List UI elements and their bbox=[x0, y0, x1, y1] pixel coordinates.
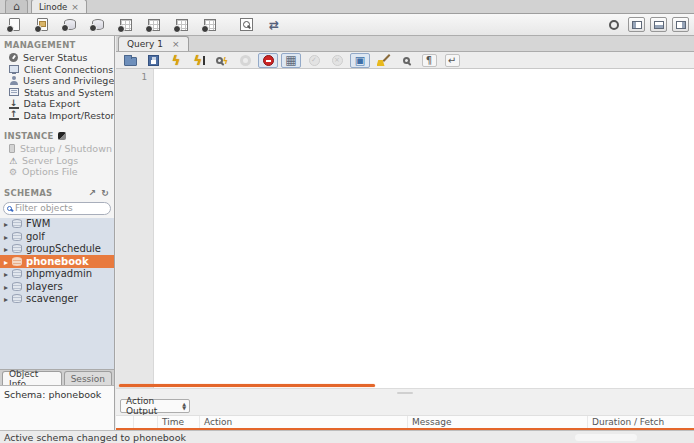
sidebar-item-system-variables[interactable]: Status and System Variables bbox=[0, 87, 114, 99]
cursor-icon bbox=[203, 56, 205, 65]
sql-editor-toolbar: ✓ × bbox=[116, 52, 694, 69]
refresh-icon[interactable] bbox=[101, 188, 109, 198]
sidebar-item-label: Server Status bbox=[23, 52, 87, 63]
sidebar: MANAGEMENT Server Status Client Connecti… bbox=[0, 36, 115, 430]
expander-icon[interactable] bbox=[4, 281, 8, 292]
search-table-data-button[interactable] bbox=[237, 16, 255, 34]
schema-item-phpmyadmin[interactable]: phpmyadmin bbox=[0, 268, 114, 281]
toggle-left-panel-button[interactable] bbox=[628, 17, 645, 32]
schema-item-players[interactable]: players bbox=[0, 280, 114, 293]
new-event-icon bbox=[204, 19, 216, 31]
connection-tab-label: Linode bbox=[39, 2, 67, 12]
new-query-tab-button[interactable] bbox=[5, 16, 23, 34]
new-view-button[interactable] bbox=[117, 16, 135, 34]
column-header-time[interactable]: Time bbox=[158, 416, 200, 428]
sidebar-item-client-connections[interactable]: Client Connections bbox=[0, 64, 114, 76]
toggle-right-panel-button[interactable] bbox=[672, 17, 689, 32]
panel-splitter[interactable] bbox=[116, 388, 694, 396]
new-schema-button[interactable] bbox=[61, 16, 79, 34]
schema-filter-input[interactable] bbox=[15, 203, 105, 213]
object-info-text: Schema: phonebook bbox=[4, 389, 101, 400]
sidebar-item-server-status[interactable]: Server Status bbox=[0, 52, 114, 64]
toggle-stop-on-error-button[interactable] bbox=[258, 53, 278, 68]
sql-editor-text-area[interactable] bbox=[154, 69, 694, 388]
status-message: Active schema changed to phonebook bbox=[4, 432, 186, 443]
expander-icon[interactable] bbox=[4, 243, 8, 254]
new-query-tab-icon bbox=[9, 18, 20, 31]
main-toolbar bbox=[0, 14, 694, 36]
close-icon[interactable]: × bbox=[71, 2, 79, 12]
sidebar-item-options-file[interactable]: Options File bbox=[0, 166, 114, 178]
expander-icon[interactable] bbox=[4, 293, 8, 304]
column-label: Duration / Fetch bbox=[592, 417, 664, 427]
open-sql-script-button[interactable] bbox=[33, 16, 51, 34]
sidebar-item-server-logs[interactable]: Server Logs bbox=[0, 155, 114, 167]
stop-execution-button[interactable] bbox=[235, 53, 255, 68]
expander-icon[interactable] bbox=[4, 231, 8, 242]
tab-object-info[interactable]: Object Info bbox=[2, 371, 62, 385]
toggle-autocommit-button[interactable] bbox=[350, 53, 370, 68]
sidebar-item-startup-shutdown[interactable]: Startup / Shutdown bbox=[0, 143, 114, 155]
explain-plan-button[interactable] bbox=[212, 53, 232, 68]
schema-item-phonebook[interactable]: phonebook bbox=[0, 255, 114, 268]
schema-icon bbox=[12, 244, 22, 253]
expander-icon[interactable] bbox=[4, 256, 8, 267]
users-privileges-icon bbox=[9, 76, 18, 85]
spinner-icon[interactable]: ▲▼ bbox=[182, 402, 186, 410]
limit-rows-button[interactable] bbox=[281, 53, 301, 68]
column-header-state[interactable] bbox=[116, 416, 134, 428]
toggle-bottom-panel-button[interactable] bbox=[650, 17, 667, 32]
expander-icon[interactable] bbox=[4, 218, 8, 229]
sidebar-item-data-import[interactable]: Data Import/Restore bbox=[0, 110, 114, 122]
open-script-button[interactable] bbox=[120, 53, 140, 68]
rollback-button[interactable]: × bbox=[327, 53, 347, 68]
execute-script-button[interactable] bbox=[166, 53, 186, 68]
column-header-index[interactable] bbox=[134, 416, 158, 428]
new-table-button[interactable] bbox=[89, 16, 107, 34]
limit-rows-icon bbox=[285, 53, 296, 67]
reconnect-dbms-button[interactable] bbox=[265, 16, 283, 34]
management-title-label: MANAGEMENT bbox=[4, 40, 76, 50]
execute-statement-button[interactable] bbox=[189, 53, 209, 68]
schema-item-golf[interactable]: golf bbox=[0, 230, 114, 243]
beautify-sql-button[interactable] bbox=[373, 53, 393, 68]
schemas-section-title: SCHEMAS bbox=[0, 184, 114, 200]
column-header-action[interactable]: Action bbox=[200, 416, 408, 428]
close-icon[interactable]: × bbox=[172, 39, 180, 49]
schema-item-fwm[interactable]: FWM bbox=[0, 218, 114, 231]
schema-item-groupschedule[interactable]: groupSchedule bbox=[0, 243, 114, 256]
tab-session[interactable]: Session bbox=[64, 371, 112, 385]
schema-icon bbox=[12, 269, 22, 278]
sidebar-item-label: Client Connections bbox=[24, 64, 113, 75]
find-button[interactable] bbox=[396, 53, 416, 68]
toggle-word-wrap-button[interactable] bbox=[442, 53, 462, 68]
output-selector-row: Action Output ▲▼ bbox=[116, 396, 694, 415]
system-variables-icon bbox=[9, 88, 19, 96]
right-panel-icon bbox=[676, 21, 686, 29]
expander-icon[interactable] bbox=[4, 268, 8, 279]
schema-item-scavenger[interactable]: scavenger bbox=[0, 293, 114, 306]
new-event-button[interactable] bbox=[201, 16, 219, 34]
sidebar-item-data-export[interactable]: Data Export bbox=[0, 98, 114, 110]
home-tab[interactable] bbox=[5, 0, 28, 13]
object-info-panel: Schema: phonebook bbox=[0, 385, 114, 430]
open-sql-script-icon bbox=[37, 18, 48, 31]
expand-all-icon[interactable] bbox=[88, 188, 96, 198]
new-procedure-button[interactable] bbox=[145, 16, 163, 34]
horizontal-scrollbar[interactable] bbox=[119, 384, 375, 387]
bottom-panel-icon bbox=[654, 21, 664, 29]
commit-button[interactable]: ✓ bbox=[304, 53, 324, 68]
new-function-button[interactable] bbox=[173, 16, 191, 34]
beautify-sql-icon bbox=[377, 54, 390, 66]
save-script-button[interactable] bbox=[143, 53, 163, 68]
output-view-selector[interactable]: Action Output ▲▼ bbox=[120, 399, 190, 413]
toggle-invisible-characters-button[interactable] bbox=[419, 53, 439, 68]
sidebar-item-users-privileges[interactable]: Users and Privileges bbox=[0, 75, 114, 87]
column-header-message[interactable]: Message bbox=[408, 416, 588, 428]
status-ring-button[interactable] bbox=[605, 16, 623, 34]
options-file-icon bbox=[9, 166, 17, 177]
connection-tab[interactable]: Linode × bbox=[31, 0, 87, 13]
tab-query-1[interactable]: Query 1 × bbox=[118, 36, 189, 51]
column-header-duration[interactable]: Duration / Fetch bbox=[588, 416, 694, 428]
stop-execution-icon bbox=[240, 55, 251, 66]
